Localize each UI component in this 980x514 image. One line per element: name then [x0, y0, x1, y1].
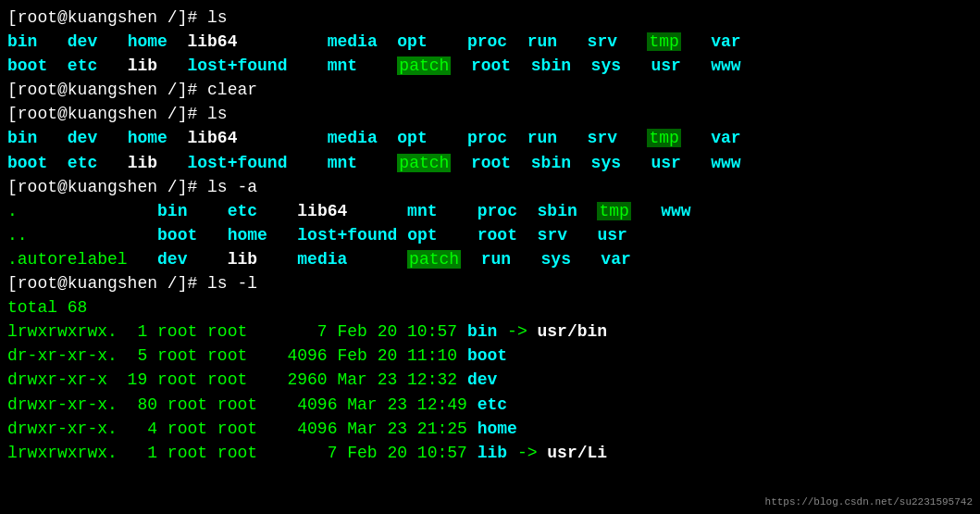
cmd-5: ls -l: [207, 274, 257, 293]
prompt-line-3: [root@kuangshen /]# ls: [7, 102, 973, 126]
prompt-line-5: [root@kuangshen /]# ls -l: [7, 271, 973, 295]
cmd-2: clear: [207, 81, 257, 99]
lsa-row3: .autorelabel dev lib media patch run sys…: [7, 247, 973, 271]
lsa-row2: .. boot home lost+found opt root srv usr: [7, 223, 973, 247]
cmd-3: ls: [207, 105, 228, 123]
ll-row-4: drwxr-xr-x. 80 root root 4096 Mar 23 12:…: [7, 393, 973, 417]
prompt-1: [root@kuangshen /]#: [7, 8, 207, 27]
ll-row-6: lrwxrwxrwx. 1 root root 7 Feb 20 10:57 l…: [7, 441, 973, 465]
prompt-3: [root@kuangshen /]#: [7, 105, 207, 123]
ls1-row1: bin dev home lib64 media opt proc run sr…: [7, 30, 973, 54]
ls2-row2: boot etc lib lost+found mnt patch root s…: [7, 151, 973, 175]
ll-row-1: lrwxrwxrwx. 1 root root 7 Feb 20 10:57 b…: [7, 320, 973, 344]
ll-row-2: dr-xr-xr-x. 5 root root 4096 Feb 20 11:1…: [7, 344, 973, 368]
prompt-line-1: [root@kuangshen /]# ls: [7, 6, 973, 30]
prompt-line-4: [root@kuangshen /]# ls -a: [7, 175, 973, 199]
ll-row-3: drwxr-xr-x 19 root root 2960 Mar 23 12:3…: [7, 368, 973, 392]
watermark: https://blog.csdn.net/su2231595742: [765, 495, 973, 510]
ls2-row1: bin dev home lib64 media opt proc run sr…: [7, 126, 973, 150]
cmd-1: ls: [207, 8, 228, 27]
prompt-2: [root@kuangshen /]#: [7, 81, 207, 99]
terminal: [root@kuangshen /]# ls bin dev home lib6…: [7, 6, 973, 465]
ls1-row2: boot etc lib lost+found mnt patch root s…: [7, 54, 973, 78]
lsa-row1: . bin etc lib64 mnt proc sbin tmp www: [7, 199, 973, 223]
cmd-4: ls -a: [207, 178, 257, 196]
prompt-line-2: [root@kuangshen /]# clear: [7, 78, 973, 102]
prompt-4: [root@kuangshen /]#: [7, 178, 207, 196]
prompt-5: [root@kuangshen /]#: [7, 274, 207, 293]
total-line: total 68: [7, 295, 973, 320]
ll-row-5: drwxr-xr-x. 4 root root 4096 Mar 23 21:2…: [7, 417, 973, 441]
